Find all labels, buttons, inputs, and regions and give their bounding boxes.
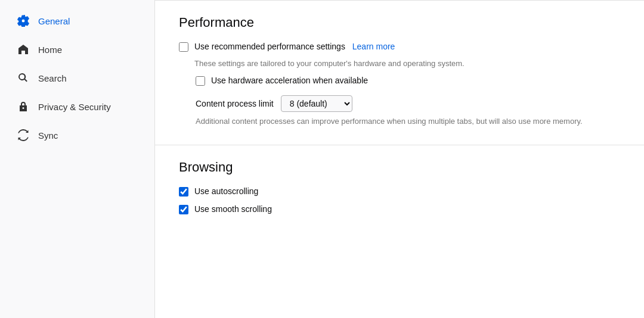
recommended-settings-row: Use recommended performance settings Lea… [179, 41, 620, 53]
hardware-acceleration-row: Use hardware acceleration when available [196, 75, 620, 87]
process-limit-select[interactable]: 8 (default) 1 2 4 7 [281, 95, 352, 112]
sidebar-item-privacy[interactable]: Privacy & Security [5, 93, 150, 120]
sidebar-item-general-label: General [38, 16, 70, 26]
lock-icon [17, 100, 30, 113]
sidebar-item-general[interactable]: General [5, 7, 150, 35]
gear-icon [17, 14, 30, 27]
process-limit-row: Content process limit 8 (default) 1 2 4 … [196, 95, 620, 112]
sync-icon [17, 129, 30, 142]
process-limit-label: Content process limit [196, 99, 274, 108]
sidebar: General Home Search Privacy & Security [0, 0, 155, 318]
recommended-settings-label[interactable]: Use recommended performance settings Lea… [194, 41, 395, 53]
autoscrolling-checkbox[interactable] [179, 187, 188, 197]
home-icon [17, 43, 30, 56]
recommended-settings-checkbox[interactable] [179, 42, 188, 52]
performance-section: Performance Use recommended performance … [155, 1, 644, 145]
sidebar-item-sync-label: Sync [38, 130, 58, 141]
smooth-scrolling-checkbox[interactable] [179, 205, 188, 214]
smooth-scrolling-row: Use smooth scrolling [179, 204, 620, 216]
autoscrolling-label[interactable]: Use autoscrolling [194, 186, 258, 198]
sidebar-item-sync[interactable]: Sync [5, 121, 150, 149]
sidebar-item-home-label: Home [38, 45, 62, 55]
autoscrolling-row: Use autoscrolling [179, 186, 620, 198]
sidebar-item-privacy-label: Privacy & Security [38, 102, 111, 112]
process-limit-description: Additional content processes can improve… [196, 116, 613, 127]
smooth-scrolling-label[interactable]: Use smooth scrolling [194, 204, 272, 216]
performance-title: Performance [179, 15, 620, 30]
hardware-acceleration-label[interactable]: Use hardware acceleration when available [211, 75, 368, 87]
sidebar-item-home[interactable]: Home [5, 36, 150, 63]
learn-more-link[interactable]: Learn more [352, 42, 395, 51]
recommended-description: These settings are tailored to your comp… [194, 58, 612, 70]
browsing-title: Browsing [179, 160, 620, 175]
browsing-section: Browsing Use autoscrolling Use smooth sc… [155, 145, 644, 238]
search-icon [17, 71, 30, 85]
sidebar-item-search[interactable]: Search [5, 64, 150, 92]
sidebar-item-search-label: Search [38, 73, 67, 83]
main-content: Performance Use recommended performance … [155, 0, 644, 318]
hardware-acceleration-checkbox[interactable] [196, 76, 205, 86]
